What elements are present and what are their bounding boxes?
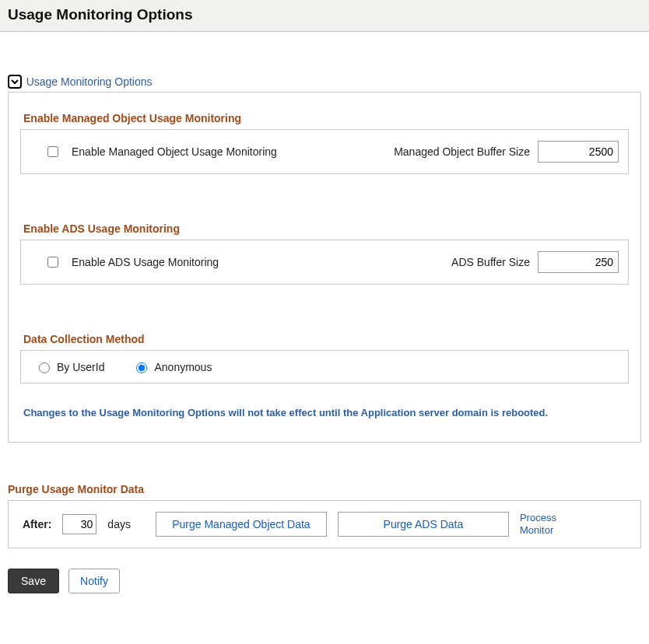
- page-title: Usage Monitoring Options: [8, 6, 641, 23]
- page-content: Usage Monitoring Options Enable Managed …: [0, 32, 649, 601]
- radio-by-userid-wrap[interactable]: By UserId: [35, 360, 104, 373]
- save-button[interactable]: Save: [8, 569, 59, 593]
- enable-managed-object-label: Enable Managed Object Usage Monitoring: [72, 145, 277, 158]
- purge-title: Purge Usage Monitor Data: [8, 483, 641, 495]
- radio-by-userid-label: By UserId: [57, 361, 104, 373]
- purge-managed-object-button[interactable]: Purge Managed Object Data: [156, 512, 327, 537]
- section-header-row: Usage Monitoring Options: [8, 75, 641, 89]
- ads-group-title: Enable ADS Usage Monitoring: [23, 222, 629, 235]
- ads-group-box: Enable ADS Usage Monitoring ADS Buffer S…: [20, 240, 629, 285]
- chevron-down-icon[interactable]: [8, 75, 22, 89]
- radio-anonymous[interactable]: [136, 362, 147, 373]
- notify-button[interactable]: Notify: [68, 569, 120, 593]
- enable-ads-checkbox[interactable]: [47, 257, 58, 268]
- enable-ads-label: Enable ADS Usage Monitoring: [72, 256, 219, 268]
- section-title[interactable]: Usage Monitoring Options: [26, 75, 153, 88]
- data-collection-box: By UserId Anonymous: [20, 350, 629, 383]
- ads-buffer-input[interactable]: [538, 251, 619, 273]
- purge-days-input[interactable]: [62, 514, 96, 534]
- days-label: days: [107, 518, 131, 530]
- options-panel: Enable Managed Object Usage Monitoring E…: [8, 92, 641, 443]
- radio-anonymous-wrap[interactable]: Anonymous: [132, 360, 212, 373]
- page-header: Usage Monitoring Options: [0, 0, 649, 32]
- purge-box: After: days Purge Managed Object Data Pu…: [8, 500, 641, 548]
- process-monitor-link[interactable]: Process Monitor: [520, 512, 567, 536]
- managed-object-group-title: Enable Managed Object Usage Monitoring: [23, 112, 629, 124]
- managed-object-buffer-input[interactable]: [538, 141, 619, 163]
- enable-managed-object-checkbox[interactable]: [47, 146, 58, 157]
- radio-anonymous-label: Anonymous: [154, 361, 212, 373]
- reboot-warning: Changes to the Usage Monitoring Options …: [23, 407, 629, 418]
- data-collection-title: Data Collection Method: [23, 333, 629, 345]
- managed-object-buffer-label: Managed Object Buffer Size: [394, 145, 530, 158]
- footer-buttons: Save Notify: [8, 569, 641, 593]
- after-label: After:: [23, 518, 51, 530]
- ads-buffer-label: ADS Buffer Size: [451, 256, 530, 268]
- radio-by-userid[interactable]: [39, 362, 50, 373]
- managed-object-group-box: Enable Managed Object Usage Monitoring M…: [20, 129, 629, 174]
- purge-ads-button[interactable]: Purge ADS Data: [338, 512, 509, 537]
